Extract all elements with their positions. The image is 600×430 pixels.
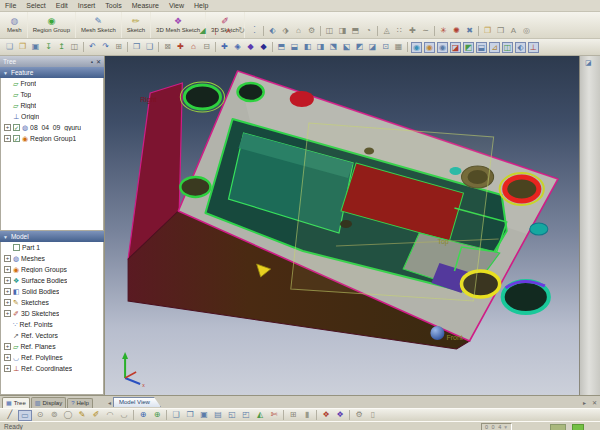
tab-tree[interactable]: ▦Tree	[2, 397, 30, 408]
expander-icon[interactable]: +	[4, 124, 11, 131]
tab-model-view[interactable]: Model View	[113, 397, 161, 407]
menu-insert[interactable]: Insert	[78, 2, 96, 9]
pan-icon[interactable]: ✚	[218, 41, 231, 53]
expander-icon[interactable]: +	[4, 277, 11, 284]
region-group-button[interactable]: ◉Region Group	[28, 12, 76, 38]
decimate-icon[interactable]: ⁚	[248, 25, 261, 37]
tree-item-front[interactable]: ▱Front	[1, 78, 103, 89]
view-dimetric-icon[interactable]: ◪	[366, 41, 379, 53]
splitter-handle[interactable]: ▮	[300, 409, 314, 421]
align-icon[interactable]: ⋏	[222, 25, 235, 37]
pick-icon[interactable]: ✚	[174, 41, 187, 53]
mesh-button[interactable]: ◍Mesh	[2, 12, 28, 38]
mode-solid-icon[interactable]: ⬓	[476, 42, 487, 53]
mode-surface-icon[interactable]: ◩	[463, 42, 474, 53]
mode-point-icon[interactable]: ◉	[437, 42, 448, 53]
expander-icon[interactable]: +	[4, 343, 11, 350]
menu-measure[interactable]: Measure	[132, 2, 159, 9]
shade-hidden-icon[interactable]: ❒	[183, 409, 197, 421]
browser-icon[interactable]: ◎	[520, 25, 533, 37]
import-icon[interactable]: ↧	[42, 41, 55, 53]
merge-icon[interactable]: ⬖	[266, 25, 279, 37]
transform-icon[interactable]: ✚	[406, 25, 419, 37]
tree-item-ref-polylines[interactable]: +◡Ref. Polylines	[1, 352, 103, 363]
expander-icon[interactable]: +	[4, 365, 11, 372]
model-panel-header[interactable]: ▼ Model	[0, 231, 104, 242]
expander-icon[interactable]: +	[4, 135, 11, 142]
viewport-layout-icon[interactable]: ▦	[392, 41, 405, 53]
open-file-icon[interactable]: ❐	[16, 41, 29, 53]
rotate-view-icon[interactable]: ◈	[231, 41, 244, 53]
healing-wizard-icon[interactable]: ✖	[463, 25, 476, 37]
zoom-in-icon[interactable]: ⊕	[136, 409, 150, 421]
rect-tool-icon[interactable]: ▭	[18, 410, 32, 421]
tree-item-meshes[interactable]: +◍Meshes	[1, 253, 103, 264]
settings-icon[interactable]: ⚙	[352, 409, 366, 421]
view-fit-icon[interactable]: ❒	[130, 41, 143, 53]
local-remesh-icon[interactable]: ✺	[450, 25, 463, 37]
expander-icon[interactable]: +	[4, 266, 11, 273]
plane-fit-icon[interactable]: ◢	[196, 25, 209, 37]
array-icon[interactable]: ∷	[393, 25, 406, 37]
circle-center-icon[interactable]: ⊙	[33, 409, 47, 421]
tree-item-ref-coordinates[interactable]: +⊥Ref. Coordinates	[1, 363, 103, 374]
mode-mesh-icon[interactable]: ◉	[411, 42, 422, 53]
tab-display[interactable]: ▥Display	[31, 397, 66, 408]
new-file-icon[interactable]: ❏	[3, 41, 16, 53]
rewrap-icon[interactable]: ↻	[235, 25, 248, 37]
mesh-sketch-button[interactable]: ✎Mesh Sketch	[76, 12, 122, 38]
repeat-icon[interactable]: ⊞	[112, 41, 125, 53]
tree-item-right[interactable]: ▱Right	[1, 100, 103, 111]
arc-tool-icon[interactable]: ◠	[103, 409, 117, 421]
tab-close-icon[interactable]: ✕	[589, 399, 600, 406]
combine-icon[interactable]: ⬗	[279, 25, 292, 37]
render-options-icon[interactable]: ❖	[319, 409, 333, 421]
tree-item-top[interactable]: ▱Top	[1, 89, 103, 100]
shade-wireframe-icon[interactable]: ❑	[169, 409, 183, 421]
view-iso-icon[interactable]: ◩	[353, 41, 366, 53]
annotation-icon[interactable]: A	[507, 25, 520, 37]
view-top-icon[interactable]: ⬔	[327, 41, 340, 53]
fix-holes-icon[interactable]: ⌂	[292, 25, 305, 37]
visibility-checkbox[interactable]: ✓	[13, 124, 20, 131]
tree-item-region-groups[interactable]: +◉Region Groups	[1, 264, 103, 275]
tree-item-3d-sketches[interactable]: +✐3D Sketches	[1, 308, 103, 319]
save-icon[interactable]: ▣	[29, 41, 42, 53]
overlay-view-icon[interactable]: ⊞	[286, 409, 300, 421]
expander-icon[interactable]: +	[4, 354, 11, 361]
autohide-pin-icon[interactable]: ▪	[91, 59, 93, 65]
tree-item-surface-bodies[interactable]: +❖Surface Bodies	[1, 275, 103, 286]
mode-coordinate-icon[interactable]: ⊥	[528, 42, 539, 53]
mode-region-icon[interactable]: ◉	[424, 42, 435, 53]
shade-solid-icon[interactable]: ▣	[197, 409, 211, 421]
feature-panel-header[interactable]: ▼ Feature	[0, 67, 104, 78]
tree-item-ref-vectors[interactable]: ↗Ref. Vectors	[1, 330, 103, 341]
print-icon[interactable]: ❒	[494, 25, 507, 37]
sharpen-icon[interactable]: ◔	[362, 25, 375, 37]
ellipse-tool-icon[interactable]: ◯	[61, 409, 75, 421]
clip-plane-icon[interactable]: ✄	[267, 409, 281, 421]
sketch-button[interactable]: ✏Sketch	[122, 12, 151, 38]
tab-scroll-left-icon[interactable]: ◂	[106, 399, 113, 406]
lighting-icon[interactable]: ❖	[333, 409, 347, 421]
dock-handle[interactable]: ▯	[366, 409, 380, 421]
view-front-icon[interactable]: ⬒	[275, 41, 288, 53]
view-right-icon[interactable]: ◨	[314, 41, 327, 53]
export-icon[interactable]: ↥	[55, 41, 68, 53]
tree-item-08-04-09-gyuru[interactable]: +✓◍08_04_09_gyuru	[1, 122, 103, 133]
tree-item-sketches[interactable]: +✎Sketches	[1, 297, 103, 308]
zoom-view-icon[interactable]: ◆	[244, 41, 257, 53]
expander-icon[interactable]: +	[4, 310, 11, 317]
smooth-icon[interactable]: ⬒	[349, 25, 362, 37]
freehand-tool-icon[interactable]: ✎	[75, 409, 89, 421]
tree-item-region-group1[interactable]: +✓◉Region Group1	[1, 133, 103, 144]
expander-icon[interactable]: +	[4, 299, 11, 306]
menu-help[interactable]: Help	[194, 2, 208, 9]
redo-icon[interactable]: ↷	[99, 41, 112, 53]
shade-points-icon[interactable]: ◱	[225, 409, 239, 421]
tree-item-part-1[interactable]: Part 1	[1, 242, 103, 253]
menu-tools[interactable]: Tools	[105, 2, 121, 9]
close-panel-icon[interactable]: ✕	[96, 58, 101, 65]
divide-icon[interactable]: ¦	[209, 25, 222, 37]
shell-icon[interactable]: ◨	[336, 25, 349, 37]
